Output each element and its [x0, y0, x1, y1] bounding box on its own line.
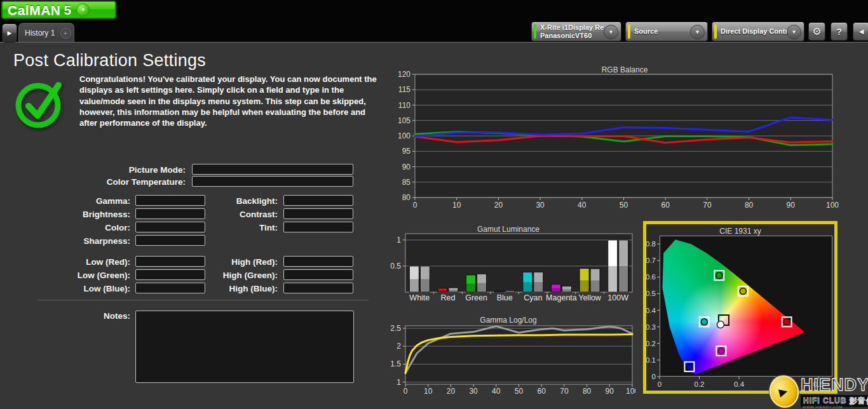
brightness-label: Brightness: [38, 209, 130, 220]
svg-text:20: 20 [447, 387, 456, 396]
success-check-icon [13, 75, 71, 133]
display-control-label: Direct Display Control [721, 27, 787, 36]
svg-text:20: 20 [494, 201, 503, 210]
add-tab-button[interactable]: + [57, 27, 74, 39]
contrast-label: Contrast: [203, 209, 278, 220]
svg-text:30: 30 [536, 201, 545, 210]
backlight-label: Backlight: [203, 196, 278, 206]
svg-text:1: 1 [397, 236, 401, 245]
svg-text:2.5: 2.5 [390, 324, 401, 333]
svg-text:0.5: 0.5 [390, 262, 401, 271]
low-red-input[interactable] [135, 256, 205, 267]
chevron-down-icon[interactable]: ▼ [787, 25, 801, 39]
calman-logo[interactable]: CalMAN 5 ▼ [1, 1, 116, 19]
color-label: Color: [38, 222, 130, 233]
source-label: Source [634, 27, 691, 36]
display-control-dropdown[interactable]: Direct Display Control ▼ [712, 22, 804, 41]
svg-text:100: 100 [398, 131, 410, 140]
source-dropdown[interactable]: Source ▼ [625, 22, 708, 41]
high-red-input[interactable] [283, 256, 353, 267]
svg-text:100: 100 [626, 387, 635, 396]
svg-text:0.4: 0.4 [734, 380, 745, 388]
low-blue-input[interactable] [135, 283, 205, 293]
high-green-label: High (Green): [203, 270, 278, 281]
svg-text:1: 1 [397, 378, 401, 387]
meter-line1: X-Rite i1Display Retail [540, 23, 604, 32]
contrast-input[interactable] [283, 208, 353, 219]
svg-text:1.5: 1.5 [390, 359, 401, 368]
workflow-advance-button[interactable]: ▶ [2, 23, 17, 43]
svg-text:Cyan: Cyan [524, 293, 542, 302]
help-button[interactable]: ? [831, 22, 848, 41]
svg-text:Green: Green [465, 293, 487, 302]
cie-chromaticity-plot [660, 236, 832, 377]
sharpness-input[interactable] [135, 235, 205, 246]
low-blue-label: Low (Blue): [38, 283, 130, 294]
color-temperature-label: Color Temperature: [38, 177, 186, 187]
svg-text:105: 105 [398, 116, 410, 125]
plus-icon: + [60, 28, 71, 39]
svg-text:60: 60 [661, 201, 670, 210]
chevron-down-icon[interactable]: ▼ [604, 25, 618, 39]
watermark-site: WWW.HIENDY.COM [803, 405, 843, 409]
section-divider [37, 300, 369, 300]
picture-mode-input[interactable] [192, 164, 353, 175]
notes-textarea[interactable] [135, 311, 354, 383]
chevron-down-icon[interactable]: ▼ [690, 25, 705, 39]
hiendy-watermark: ▶ HIENDY HIFI CLUB 影音俱樂部 WWW.HIENDY.COM [766, 375, 868, 409]
logo-dropdown-icon[interactable]: ▼ [76, 3, 90, 17]
svg-text:90: 90 [402, 163, 411, 171]
svg-text:0.5: 0.5 [646, 290, 656, 297]
gamma-input[interactable] [135, 195, 205, 206]
logo-text: CalMAN [8, 3, 61, 18]
gamma-label: Gamma: [38, 196, 130, 206]
svg-text:80: 80 [745, 201, 754, 210]
svg-text:10: 10 [424, 387, 433, 396]
svg-text:0.3: 0.3 [646, 323, 656, 331]
svg-text:50: 50 [620, 201, 628, 210]
low-green-input[interactable] [135, 269, 205, 280]
svg-text:100: 100 [826, 201, 839, 210]
gear-icon: ⚙ [812, 25, 821, 37]
meter-dropdown[interactable]: X-Rite i1Display Retail PanasonicVT60 ▼ [531, 22, 621, 41]
svg-text:Blue: Blue [497, 293, 513, 302]
backlight-input[interactable] [283, 195, 353, 206]
low-green-label: Low (Green): [38, 270, 130, 281]
svg-text:50: 50 [515, 387, 524, 396]
color-temperature-input[interactable] [192, 176, 353, 187]
svg-text:115: 115 [398, 85, 410, 94]
svg-text:60: 60 [538, 387, 546, 396]
svg-text:White: White [409, 293, 430, 302]
high-red-label: High (Red): [203, 257, 278, 267]
tab-history-1[interactable]: History 1 + [18, 23, 74, 42]
svg-text:30: 30 [469, 387, 478, 396]
svg-text:0.2: 0.2 [646, 340, 656, 347]
tint-label: Tint: [203, 222, 278, 233]
svg-text:0.8: 0.8 [646, 240, 656, 248]
svg-text:100W: 100W [607, 293, 628, 302]
tab-label: History 1 [19, 29, 56, 37]
high-green-input[interactable] [283, 269, 353, 280]
display-control-status-bar [714, 24, 717, 39]
svg-text:10: 10 [452, 201, 461, 210]
svg-text:80: 80 [402, 193, 411, 202]
svg-text:2: 2 [397, 342, 401, 351]
source-status-bar [628, 24, 630, 39]
page-title: Post Calibration Settings [13, 51, 206, 70]
high-blue-input[interactable] [283, 283, 353, 293]
color-input[interactable] [135, 222, 205, 232]
brightness-input[interactable] [135, 208, 205, 219]
watermark-disc-logo: ▶ [766, 372, 803, 409]
svg-text:Magenta: Magenta [546, 293, 577, 302]
picture-mode-label: Picture Mode: [38, 164, 186, 175]
play-icon: ▶ [8, 30, 12, 36]
collapse-panel-button[interactable]: ◀ [853, 22, 868, 41]
tint-input[interactable] [283, 222, 353, 232]
svg-text:95: 95 [402, 147, 411, 156]
svg-text:70: 70 [703, 201, 712, 210]
gamma-loglog-chart: 11.522.50102030405060708090100 [381, 312, 635, 409]
settings-button[interactable]: ⚙ [808, 22, 825, 41]
arrow-left-icon: ◀ [859, 28, 864, 35]
svg-text:0: 0 [413, 201, 417, 210]
logo-version: 5 [64, 3, 72, 18]
